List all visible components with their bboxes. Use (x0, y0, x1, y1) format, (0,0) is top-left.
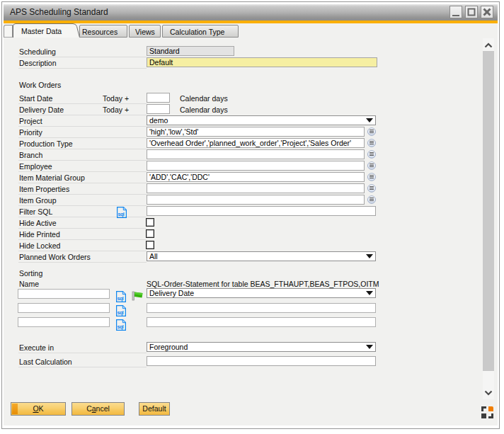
svg-text:sql: sql (117, 310, 123, 316)
svg-text:sql: sql (117, 324, 123, 330)
svg-text:sql: sql (118, 212, 124, 217)
svg-text:sql: sql (117, 296, 123, 302)
